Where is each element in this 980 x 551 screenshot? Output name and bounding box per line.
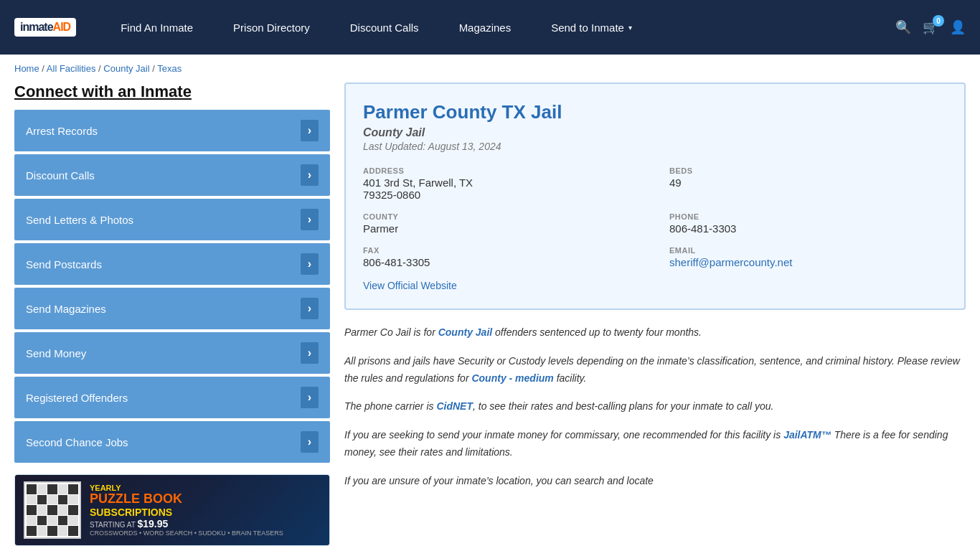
desc-p3: The phone carrier is CidNET, to see thei… [344, 398, 966, 415]
arrow-icon: › [301, 253, 319, 275]
beds-block: BEDS 49 [669, 166, 947, 201]
search-icon[interactable]: 🔍 [895, 19, 911, 35]
address-value: 401 3rd St, Farwell, TX 79325-0860 [363, 176, 641, 201]
county-medium-link[interactable]: County - medium [471, 372, 553, 384]
address-block: ADDRESS 401 3rd St, Farwell, TX 79325-08… [363, 166, 641, 201]
sidebar-btn-registered-offenders[interactable]: Registered Offenders › [14, 377, 330, 418]
phone-block: PHONE 806-481-3303 [669, 212, 947, 235]
nav: Find An Inmate Prison Directory Discount… [100, 0, 895, 55]
sidebar-btn-send-magazines[interactable]: Send Magazines › [14, 288, 330, 329]
email-block: EMAIL sheriff@parmercounty.net [669, 246, 947, 268]
breadcrumb-all-facilities[interactable]: All Facilities [47, 63, 96, 74]
breadcrumb: Home / All Facilities / County Jail / Te… [0, 55, 980, 83]
beds-value: 49 [669, 176, 947, 189]
sidebar: Connect with an Inmate Arrest Records › … [14, 83, 330, 546]
email-link[interactable]: sheriff@parmercounty.net [669, 256, 792, 268]
arrow-icon: › [301, 342, 319, 364]
nav-prison-directory[interactable]: Prison Directory [213, 0, 330, 55]
logo[interactable]: inmateAID [14, 18, 79, 37]
nav-magazines[interactable]: Magazines [439, 0, 532, 55]
arrow-icon: › [301, 298, 319, 319]
county-value: Parmer [363, 222, 641, 235]
sidebar-btn-send-letters[interactable]: Send Letters & Photos › [14, 199, 330, 240]
nav-discount-calls[interactable]: Discount Calls [330, 0, 439, 55]
desc-p5: If you are unsure of your inmate’s locat… [344, 473, 966, 490]
nav-send-to-inmate[interactable]: Send to Inmate ▾ [531, 0, 652, 55]
ad-puzzle-image [24, 481, 81, 539]
ad-text: YEARLY PUZZLE BOOK SUBSCRIPTIONS STARTIN… [81, 484, 321, 537]
breadcrumb-county-jail[interactable]: County Jail [103, 63, 149, 74]
facility-card: Parmer County TX Jail County Jail Last U… [344, 83, 966, 310]
breadcrumb-home[interactable]: Home [14, 63, 39, 74]
nav-find-inmate[interactable]: Find An Inmate [100, 0, 213, 55]
arrow-icon: › [301, 164, 319, 186]
address-label: ADDRESS [363, 166, 641, 175]
sidebar-btn-arrest-records[interactable]: Arrest Records › [14, 110, 330, 151]
email-label: EMAIL [669, 246, 947, 255]
arrow-icon: › [301, 387, 319, 408]
user-icon[interactable]: 👤 [950, 19, 966, 35]
county-label: COUNTY [363, 212, 641, 221]
sidebar-ad[interactable]: YEARLY PUZZLE BOOK SUBSCRIPTIONS STARTIN… [14, 474, 330, 546]
county-jail-link[interactable]: County Jail [438, 326, 492, 338]
arrow-icon: › [301, 431, 319, 453]
fax-value: 806-481-3305 [363, 256, 641, 268]
desc-p1: Parmer Co Jail is for County Jail offend… [344, 324, 966, 342]
sidebar-title: Connect with an Inmate [14, 83, 330, 101]
arrow-icon: › [301, 120, 319, 141]
county-block: COUNTY Parmer [363, 212, 641, 235]
arrow-icon: › [301, 209, 319, 230]
cart-badge: 0 [933, 15, 944, 27]
facility-updated: Last Updated: August 13, 2024 [363, 141, 947, 152]
logo-text: inmateAID [20, 21, 70, 34]
main-container: Connect with an Inmate Arrest Records › … [0, 83, 980, 551]
view-website-link[interactable]: View Official Website [363, 280, 457, 291]
facility-name: Parmer County TX Jail [363, 101, 947, 123]
cart-icon[interactable]: 🛒 0 [923, 19, 938, 35]
header: inmateAID Find An Inmate Prison Director… [0, 0, 980, 55]
description: Parmer Co Jail is for County Jail offend… [344, 324, 966, 490]
phone-value: 806-481-3303 [669, 222, 947, 235]
beds-label: BEDS [669, 166, 947, 175]
sidebar-btn-second-chance-jobs[interactable]: Second Chance Jobs › [14, 421, 330, 463]
desc-p2: All prisons and jails have Security or C… [344, 353, 966, 387]
fax-block: FAX 806-481-3305 [363, 246, 641, 268]
sidebar-btn-send-money[interactable]: Send Money › [14, 332, 330, 374]
jailatm-link[interactable]: JailATM™ [783, 429, 831, 441]
email-value: sheriff@parmercounty.net [669, 256, 947, 268]
phone-label: PHONE [669, 212, 947, 221]
nav-icons: 🔍 🛒 0 👤 [895, 19, 966, 35]
sidebar-btn-discount-calls[interactable]: Discount Calls › [14, 154, 330, 196]
facility-type: County Jail [363, 126, 947, 139]
desc-p4: If you are seeking to send your inmate m… [344, 427, 966, 461]
content: Parmer County TX Jail County Jail Last U… [344, 83, 966, 546]
sidebar-btn-send-postcards[interactable]: Send Postcards › [14, 243, 330, 285]
facility-details: ADDRESS 401 3rd St, Farwell, TX 79325-08… [363, 166, 947, 268]
breadcrumb-state[interactable]: Texas [157, 63, 182, 74]
fax-label: FAX [363, 246, 641, 255]
chevron-down-icon: ▾ [628, 24, 632, 32]
cidnet-link[interactable]: CidNET [436, 400, 473, 412]
